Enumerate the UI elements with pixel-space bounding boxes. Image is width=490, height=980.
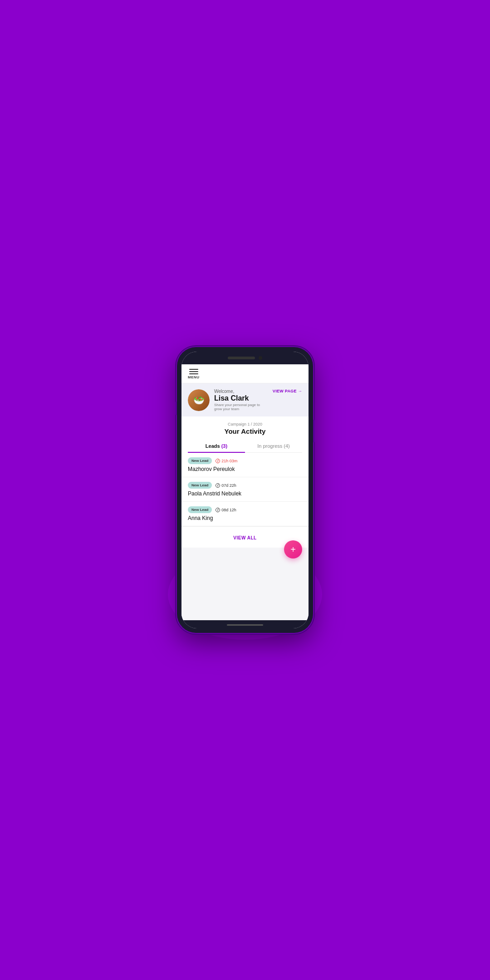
- lead-time: 07d 22h: [216, 483, 236, 488]
- user-name: Lisa Clark: [214, 394, 268, 402]
- phone-screen: MENU 🥗 Welcome, Lisa Clark Share your pe…: [181, 352, 309, 628]
- activity-title: Your Activity: [188, 427, 302, 435]
- clock-icon: [216, 459, 220, 463]
- lead-name: Mazhorov Pereulok: [188, 466, 302, 472]
- tab-leads-count: (3): [221, 443, 227, 449]
- lead-item[interactable]: New Lead 21h 03m: [181, 453, 309, 477]
- fab-container: +: [181, 548, 309, 570]
- lead-time: 08d 12h: [216, 508, 236, 512]
- welcome-subtitle: Share your personal page to grow your te…: [214, 403, 268, 411]
- lead-header: New Lead 08d 12h: [188, 506, 302, 513]
- new-lead-badge: New Lead: [188, 457, 212, 464]
- new-lead-badge: New Lead: [188, 482, 212, 489]
- tabs-row: Leads (3) In progress (4): [188, 440, 302, 453]
- home-bar: [227, 624, 263, 626]
- lead-item[interactable]: New Lead 07d 22h: [181, 477, 309, 502]
- view-page-button[interactable]: VIEW PAGE →: [273, 389, 302, 393]
- lead-header: New Lead 07d 22h: [188, 482, 302, 489]
- volume-button: [175, 402, 177, 415]
- lead-name: Anna King: [188, 515, 302, 521]
- spacer: [181, 570, 309, 620]
- menu-label: MENU: [188, 375, 200, 379]
- lead-time-value: 08d 12h: [221, 508, 236, 512]
- lead-item[interactable]: New Lead 08d 12h: [181, 502, 309, 526]
- front-camera: [259, 356, 262, 360]
- activity-section: Campaign 1 / 2020 Your Activity Leads (3…: [181, 416, 309, 453]
- lead-time-value: 21h 03m: [221, 459, 237, 463]
- menu-button[interactable]: MENU: [188, 369, 200, 379]
- power-button: [313, 420, 315, 442]
- campaign-label: Campaign 1 / 2020: [188, 422, 302, 426]
- leads-list: New Lead 21h 03m: [181, 453, 309, 526]
- add-lead-fab[interactable]: +: [284, 540, 302, 559]
- plus-icon: +: [290, 545, 296, 554]
- hamburger-icon: [189, 369, 198, 374]
- phone-shell: MENU 🥗 Welcome, Lisa Clark Share your pe…: [177, 347, 313, 633]
- home-indicator: [181, 620, 309, 628]
- lead-time: 21h 03m: [216, 459, 237, 463]
- tab-leads-label: Leads: [206, 443, 221, 449]
- lead-name: Paola Anstrid Nebulek: [188, 490, 302, 497]
- tab-leads[interactable]: Leads (3): [188, 440, 245, 452]
- page-wrapper: MENU 🥗 Welcome, Lisa Clark Share your pe…: [157, 313, 333, 667]
- lead-header: New Lead 21h 03m: [188, 457, 302, 464]
- lead-time-value: 07d 22h: [221, 483, 236, 488]
- menu-bar: MENU: [181, 364, 309, 383]
- new-lead-badge: New Lead: [188, 506, 212, 513]
- avatar-image: 🥗: [188, 389, 210, 411]
- content-area: MENU 🥗 Welcome, Lisa Clark Share your pe…: [181, 364, 309, 620]
- avatar: 🥗: [188, 389, 210, 411]
- welcome-card: 🥗 Welcome, Lisa Clark Share your persona…: [181, 383, 309, 416]
- clock-icon: [216, 508, 220, 512]
- tab-in-progress-label: In progress (4): [257, 443, 290, 449]
- notch-bar: [181, 352, 309, 364]
- welcome-text-block: Welcome, Lisa Clark Share your personal …: [214, 389, 268, 411]
- clock-icon: [216, 483, 220, 488]
- speaker-grille: [228, 357, 255, 359]
- tab-in-progress[interactable]: In progress (4): [245, 440, 302, 452]
- view-all-button[interactable]: VIEW ALL: [233, 535, 256, 540]
- greeting-text: Welcome,: [214, 389, 268, 394]
